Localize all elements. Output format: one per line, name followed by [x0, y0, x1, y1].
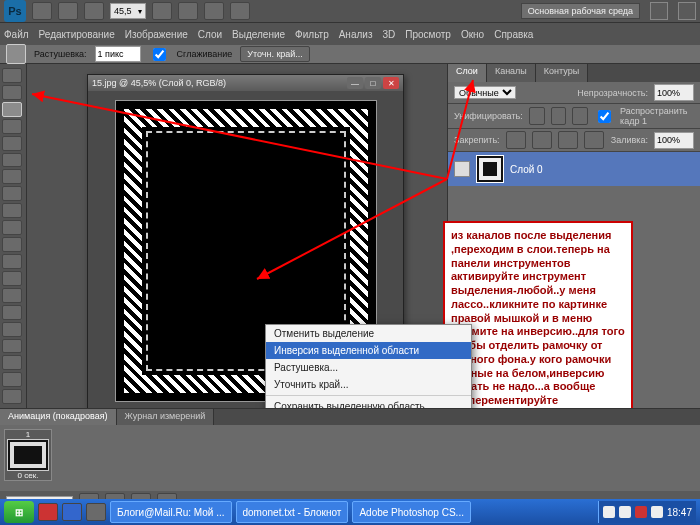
menu-image[interactable]: Изображение — [125, 29, 188, 40]
history-brush-icon[interactable] — [2, 220, 22, 235]
bridge-icon[interactable] — [32, 2, 52, 20]
unify-style-icon[interactable] — [572, 107, 588, 125]
propagate-label: Распространить кадр 1 — [620, 106, 694, 126]
path-tool-icon[interactable] — [2, 339, 22, 354]
hand-icon[interactable] — [152, 2, 172, 20]
zoom-combo[interactable]: 45,5 — [110, 3, 146, 19]
opacity-input[interactable] — [654, 84, 694, 101]
tab-paths[interactable]: Контуры — [536, 64, 588, 82]
context-menu-item[interactable]: Уточнить край... — [266, 376, 471, 393]
blur-tool-icon[interactable] — [2, 271, 22, 286]
ql-desktop-icon[interactable] — [86, 503, 106, 521]
context-menu-item[interactable]: Отменить выделение — [266, 325, 471, 342]
canvas-area: 15.jpg @ 45,5% (Слой 0, RGB/8) — □ ✕ 45,… — [27, 64, 447, 408]
layout-icon[interactable] — [58, 2, 78, 20]
tray-icon[interactable] — [619, 506, 631, 518]
type-tool-icon[interactable] — [2, 322, 22, 337]
layer-thumbnail[interactable] — [476, 155, 504, 183]
tab-measurement-log[interactable]: Журнал измерений — [117, 409, 215, 425]
lock-move-icon[interactable] — [558, 131, 578, 149]
3d-tool-icon[interactable] — [2, 372, 22, 387]
active-tool-icon[interactable] — [6, 44, 26, 64]
heal-tool-icon[interactable] — [2, 169, 22, 184]
hand-tool-icon[interactable] — [2, 389, 22, 404]
context-menu-item[interactable]: Инверсия выделенной области — [266, 342, 471, 359]
ws-menu-icon[interactable] — [678, 2, 696, 20]
zoom-icon[interactable] — [178, 2, 198, 20]
document-titlebar[interactable]: 15.jpg @ 45,5% (Слой 0, RGB/8) — □ ✕ — [88, 75, 403, 91]
rotate-icon[interactable] — [204, 2, 224, 20]
brush-tool-icon[interactable] — [2, 186, 22, 201]
task-button[interactable]: Adobe Photoshop CS... — [352, 501, 471, 523]
crop-tool-icon[interactable] — [2, 136, 22, 151]
context-menu-item[interactable]: Сохранить выделенную область... — [266, 398, 471, 408]
blend-mode-select[interactable]: Обычные — [454, 86, 516, 99]
menu-layer[interactable]: Слои — [198, 29, 222, 40]
opacity-label: Непрозрачность: — [577, 88, 648, 98]
marquee-tool-icon[interactable] — [2, 85, 22, 100]
clock[interactable]: 18:47 — [667, 507, 692, 518]
screen-mode-icon[interactable] — [84, 2, 104, 20]
menu-analysis[interactable]: Анализ — [339, 29, 373, 40]
lasso-tool-icon[interactable] — [2, 102, 22, 117]
antialias-checkbox[interactable] — [153, 48, 166, 61]
menu-3d[interactable]: 3D — [382, 29, 395, 40]
menubar: Файл Редактирование Изображение Слои Выд… — [0, 23, 700, 45]
document-title: 15.jpg @ 45,5% (Слой 0, RGB/8) — [92, 78, 226, 88]
eyedropper-tool-icon[interactable] — [2, 153, 22, 168]
frame-duration[interactable]: 0 сек. — [18, 471, 39, 480]
tray-avira-icon[interactable] — [635, 506, 647, 518]
options-bar: Растушевка: Сглаживание Уточн. край... — [0, 45, 700, 64]
tab-animation[interactable]: Анимация (покадровая) — [0, 409, 117, 425]
menu-edit[interactable]: Редактирование — [39, 29, 115, 40]
menu-window[interactable]: Окно — [461, 29, 484, 40]
menu-view[interactable]: Просмотр — [405, 29, 451, 40]
lock-paint-icon[interactable] — [532, 131, 552, 149]
unify-pos-icon[interactable] — [529, 107, 545, 125]
wand-tool-icon[interactable] — [2, 119, 22, 134]
doc-minimize-icon[interactable]: — — [347, 77, 363, 89]
tray-icon[interactable] — [651, 506, 663, 518]
fill-input[interactable] — [654, 132, 694, 149]
propagate-checkbox[interactable] — [598, 110, 611, 123]
animation-frame[interactable]: 1 0 сек. — [4, 429, 52, 481]
doc-close-icon[interactable]: ✕ — [383, 77, 399, 89]
stamp-tool-icon[interactable] — [2, 203, 22, 218]
menu-select[interactable]: Выделение — [232, 29, 285, 40]
ws-new-icon[interactable] — [650, 2, 668, 20]
eraser-tool-icon[interactable] — [2, 237, 22, 252]
menu-file[interactable]: Файл — [4, 29, 29, 40]
task-button[interactable]: Блоги@Mail.Ru: Мой ... — [110, 501, 232, 523]
lock-all-icon[interactable] — [584, 131, 604, 149]
shape-tool-icon[interactable] — [2, 355, 22, 370]
start-button[interactable]: ⊞ — [4, 501, 34, 523]
frame-thumbnail — [7, 439, 49, 471]
layer-row[interactable]: Слой 0 — [448, 152, 700, 186]
arrange-icon[interactable] — [230, 2, 250, 20]
tab-layers[interactable]: Слои — [448, 64, 487, 82]
doc-maximize-icon[interactable]: □ — [365, 77, 381, 89]
move-tool-icon[interactable] — [2, 68, 22, 83]
layer-name[interactable]: Слой 0 — [510, 164, 543, 175]
panel-tabs: Слои Каналы Контуры — [448, 64, 700, 82]
gradient-tool-icon[interactable] — [2, 254, 22, 269]
blend-row: Обычные Непрозрачность: — [448, 82, 700, 104]
workspace-badge[interactable]: Основная рабочая среда — [521, 3, 640, 19]
dodge-tool-icon[interactable] — [2, 288, 22, 303]
windows-taskbar: ⊞ Блоги@Mail.Ru: Мой ... domonet.txt - Б… — [0, 499, 700, 525]
visibility-icon[interactable] — [454, 161, 470, 177]
system-tray: 18:47 — [598, 501, 696, 523]
task-button[interactable]: domonet.txt - Блокнот — [236, 501, 349, 523]
context-menu-item[interactable]: Растушевка... — [266, 359, 471, 376]
unify-vis-icon[interactable] — [551, 107, 567, 125]
feather-input[interactable] — [95, 46, 141, 62]
menu-help[interactable]: Справка — [494, 29, 533, 40]
ql-mail-icon[interactable] — [62, 503, 82, 521]
lock-trans-icon[interactable] — [506, 131, 526, 149]
pen-tool-icon[interactable] — [2, 305, 22, 320]
tab-channels[interactable]: Каналы — [487, 64, 536, 82]
tray-icon[interactable] — [603, 506, 615, 518]
menu-filter[interactable]: Фильтр — [295, 29, 329, 40]
refine-edge-button[interactable]: Уточн. край... — [240, 46, 310, 62]
ql-opera-icon[interactable] — [38, 503, 58, 521]
